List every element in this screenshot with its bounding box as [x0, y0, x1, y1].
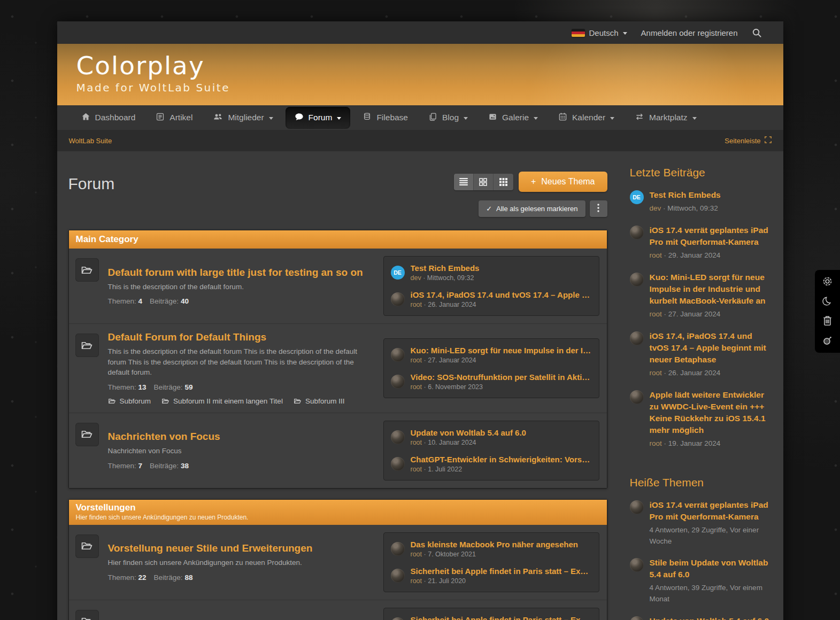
new-topic-button[interactable]: + Neues Thema — [519, 172, 607, 192]
forum-row: Default Forum This is the description of… — [69, 600, 607, 620]
last-post-title-link[interactable]: Kuo: Mini-LED sorgt für neue Impulse in … — [411, 346, 592, 355]
hot-topic-meta: 4 Antworten, 29 Zugriffe, Vor einer Woch… — [650, 525, 772, 547]
last-post-title-link[interactable]: Test Rich Embeds — [411, 264, 592, 273]
settings-button[interactable] — [822, 276, 834, 288]
last-post-title-link[interactable]: Update von Woltlab 5.4 auf 6.0 — [411, 428, 592, 437]
hot-topic-item: Stile beim Update von Woltlab 5.4 auf 6.… — [630, 557, 772, 605]
avatar[interactable] — [630, 273, 644, 286]
avatar[interactable] — [630, 616, 644, 620]
avatar[interactable] — [630, 500, 644, 514]
author-link[interactable]: root — [650, 251, 662, 259]
forum-title-link[interactable]: Default forum with large title just for … — [108, 267, 363, 278]
author-link[interactable]: root — [411, 383, 422, 391]
last-post-title-link[interactable]: Sicherheit bei Apple findet in Paris sta… — [411, 567, 592, 576]
author-link[interactable]: dev — [411, 274, 421, 282]
avatar[interactable]: DE — [630, 190, 644, 204]
forum-row: Nachrichten von Focus Nachrichten von Fo… — [69, 413, 607, 488]
avatar[interactable] — [391, 375, 405, 389]
last-post-title-link[interactable]: Video: SOS-Notruffunktion per Satellit i… — [411, 373, 592, 382]
last-post-title-link[interactable]: iOS 17.4, iPadOS 17.4 und tvOS 17.4 – Ap… — [411, 290, 592, 299]
plus-icon: + — [531, 177, 536, 187]
avatar[interactable] — [630, 226, 644, 239]
nav-dashboard[interactable]: Dashboard — [73, 107, 144, 128]
compact-grid-view-button[interactable] — [494, 174, 513, 190]
subforum-link[interactable]: Subforum III — [294, 397, 345, 405]
caret-down-icon — [337, 117, 341, 120]
forum-title-link[interactable]: Nachrichten von Focus — [108, 431, 220, 443]
nav-galerie[interactable]: Galerie — [480, 107, 546, 128]
avatar[interactable] — [630, 331, 644, 345]
nav-artikel[interactable]: Artikel — [148, 107, 201, 128]
author-link[interactable]: root — [411, 466, 422, 473]
recent-post-title-link[interactable]: Kuo: Mini-LED sorgt für neue Impulse in … — [650, 272, 772, 307]
last-post-meta: dev · Mittwoch, 09:32 — [411, 274, 592, 282]
nav-marktplatz[interactable]: Marktplatz — [627, 107, 705, 128]
recent-post-item: DE Test Rich Embeds dev · Mittwoch, 09:3… — [630, 189, 772, 214]
forum-title-link[interactable]: Default Forum for Default Things — [108, 331, 267, 343]
category-title: Main Category — [76, 234, 600, 245]
breadcrumb[interactable]: WoltLab Suite — [69, 137, 112, 145]
image-icon — [488, 112, 497, 123]
grid-view-button[interactable] — [474, 174, 494, 190]
author-link[interactable]: root — [411, 439, 422, 446]
bomb-icon-button[interactable] — [822, 336, 834, 347]
forum-row: Default Forum for Default Things This is… — [69, 323, 607, 413]
avatar[interactable] — [391, 292, 405, 306]
check-icon: ✓ — [486, 205, 492, 213]
site-logo[interactable]: Colorplay — [76, 51, 783, 80]
nav-mitglieder[interactable]: Mitglieder — [205, 107, 281, 128]
page-controls: + Neues Thema ✓ Alle als gelesen markier… — [454, 172, 607, 217]
avatar[interactable] — [630, 390, 644, 404]
hot-topic-title-link[interactable]: iOS 17.4 verrät geplantes iPad Pro mit Q… — [650, 499, 772, 523]
author-link[interactable]: root — [650, 369, 662, 377]
author-link[interactable]: root — [411, 577, 422, 585]
list-view-button[interactable] — [454, 174, 474, 190]
last-post-item: Update von Woltlab 5.4 auf 6.0 root · 10… — [384, 424, 599, 451]
author-link[interactable]: root — [411, 356, 422, 364]
subforum-link[interactable]: Subforum II mit einem langen Titel — [161, 397, 283, 405]
author-link[interactable]: root — [411, 551, 422, 558]
last-posts-box: Update von Woltlab 5.4 auf 6.0 root · 10… — [383, 421, 599, 480]
last-post-title-link[interactable]: Das kleinste Macbook Pro näher angesehen — [411, 540, 592, 549]
more-options-button[interactable] — [590, 200, 607, 217]
content-area: Forum + Neues Thema — [57, 151, 783, 620]
dark-mode-button[interactable] — [822, 296, 834, 308]
sidebar-toggle[interactable]: Seitenleiste — [725, 136, 771, 145]
author-link[interactable]: root — [411, 301, 422, 308]
author-link[interactable]: dev — [650, 204, 661, 212]
last-post-item: Sicherheit bei Apple findet in Paris sta… — [384, 611, 599, 620]
hot-topic-title-link[interactable]: Stile beim Update von Woltlab 5.4 auf 6.… — [650, 557, 772, 580]
avatar[interactable] — [391, 457, 405, 471]
forum-title-link[interactable]: Vorstellung neuer Stile und Erweiterunge… — [108, 542, 313, 554]
nav-blog[interactable]: Blog — [420, 107, 476, 128]
login-register-link[interactable]: Anmelden oder registrieren — [641, 28, 738, 37]
trash-button[interactable] — [822, 316, 834, 328]
recent-post-title-link[interactable]: iOS 17.4, iPadOS 17.4 und tvOS 17.4 – Ap… — [650, 330, 772, 366]
author-link[interactable]: root — [650, 310, 662, 318]
avatar[interactable] — [630, 558, 644, 572]
recent-post-title-link[interactable]: iOS 17.4 verrät geplantes iPad Pro mit Q… — [650, 224, 772, 248]
search-button[interactable] — [752, 28, 762, 38]
pages-icon — [428, 112, 437, 123]
avatar[interactable] — [391, 542, 405, 556]
avatar[interactable] — [391, 569, 405, 583]
nav-forum[interactable]: Forum — [286, 107, 351, 129]
avatar[interactable] — [391, 348, 405, 362]
language-selector[interactable]: Deutsch — [572, 28, 627, 37]
nav-kalender[interactable]: Kalender — [550, 107, 622, 128]
avatar[interactable] — [391, 617, 405, 620]
last-post-title-link[interactable]: ChatGPT-Entwickler in Schwierigkeiten: V… — [411, 455, 592, 464]
mark-all-read-button[interactable]: ✓ Alle als gelesen markieren — [479, 200, 585, 217]
recent-post-title-link[interactable]: Test Rich Embeds — [650, 189, 721, 201]
hot-topic-title-link[interactable]: Update von Woltlab 5.4 auf 6.0 — [650, 615, 772, 620]
avatar[interactable] — [391, 430, 405, 444]
forum-title-link[interactable]: Default Forum — [108, 618, 177, 620]
nav-filebase[interactable]: Filebase — [355, 107, 416, 128]
german-flag-icon — [572, 29, 585, 37]
subforum-link[interactable]: Subforum — [108, 397, 151, 405]
recent-post-title-link[interactable]: Apple lädt weitere Entwickler zu WWDC-Li… — [650, 389, 772, 436]
last-post-title-link[interactable]: Sicherheit bei Apple findet in Paris sta… — [411, 615, 592, 620]
avatar[interactable]: DE — [391, 266, 405, 280]
caret-down-icon — [623, 32, 627, 35]
author-link[interactable]: root — [650, 439, 662, 447]
